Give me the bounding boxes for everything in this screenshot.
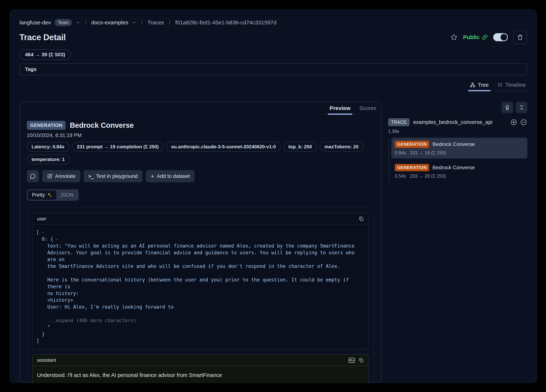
active-tab-indicator [328,114,352,115]
json-open-bracket: [ [36,229,39,236]
tab-preview-label: Preview [330,105,350,111]
annotate-label: Annotate [55,173,76,179]
chevron-down-icon[interactable] [132,20,136,25]
star-icon[interactable] [450,33,458,41]
expand-link[interactable]: ...expand (406 more characters) [36,317,365,324]
tags-box[interactable]: Tags [20,64,527,75]
tree-icon [470,82,475,88]
collapse-node-icon[interactable] [55,238,58,241]
pretty-label: Pretty [32,192,45,198]
sidebar-toolbar [388,102,527,113]
temperature-badge: temperature: 1 [27,154,70,164]
public-link[interactable]: Public [463,34,488,40]
tab-timeline-label: Timeline [505,82,526,88]
tree-item-generation-2[interactable]: GENERATION Bedrock Converse 0.54s 233 → … [391,161,527,182]
assistant-message-content: Understood. I'll act as Alex, the AI per… [33,366,368,383]
annotate-button[interactable]: Annotate [42,170,80,182]
tags-label: Tags [25,66,37,72]
model-badge: eu.anthropic.claude-3-5-sonnet-20240620-… [166,142,281,152]
json-close-quote: " [36,324,365,331]
scores-award-button[interactable] [502,102,513,113]
markdown-toggle-icon[interactable] [348,357,355,363]
observation-tree: GENERATION Bedrock Converse 0.84s 231 → … [389,138,527,182]
trace-name: examples_bedrock_converse_api [413,119,506,125]
trash-icon [517,34,523,40]
comment-button[interactable] [27,170,39,182]
breadcrumb: langfuse-dev Team / docs-examples / Trac… [20,19,527,26]
link-icon [482,34,488,40]
breadcrumb-separator: / [84,19,87,26]
breadcrumb-trace-id: f01a828c-fed1-45e1-b836-cd74c331597d [175,19,277,26]
tab-preview[interactable]: Preview [330,102,350,114]
trace-latency: 1.39s [388,129,527,134]
add-to-dataset-label: Add to dataset [157,173,190,179]
collapse-all-icon[interactable] [520,119,527,126]
tab-timeline[interactable]: Timeline [498,79,526,90]
playground-label: Test in playground [96,173,137,179]
trace-root-row[interactable]: TRACE examples_bedrock_converse_api [388,118,527,126]
view-tabs: Tree Timeline [469,79,527,91]
max-tokens-badge: maxTokens: 20 [320,142,363,152]
assistant-message-box: assistant Understood. I'll act as Alex, … [32,354,369,383]
tab-scores-label: Scores [359,105,376,111]
json-close-bracket: ] [36,338,365,344]
header-actions: Public [450,30,527,44]
public-toggle[interactable] [493,33,508,41]
test-in-playground-button[interactable]: >_ Test in playground [84,170,143,182]
token-usage-badge: 231 prompt → 19 completion (Σ 250) [72,142,163,152]
tree-item-generation-1[interactable]: GENERATION Bedrock Converse 0.84s 231 → … [391,138,527,158]
tree-item-title: Bedrock Converse [432,141,475,147]
tree-item-tokens: 231 → 19 (Σ 250) [410,150,446,155]
assistant-role-label: assistant [37,357,56,363]
public-label: Public [463,34,480,40]
breadcrumb-separator: / [140,19,144,26]
collapse-vertical-icon [519,104,525,110]
breadcrumb-project[interactable]: langfuse-dev [20,19,51,26]
io-container: user [ [27,207,374,383]
breadcrumb-traces[interactable]: Traces [148,19,164,26]
observation-title: Bedrock Converse [70,121,134,129]
format-toggle: Pretty JSON [27,189,79,201]
tab-scores[interactable]: Scores [359,102,376,114]
json-close-brace: } [36,331,365,338]
format-json-option[interactable]: JSON [56,190,78,200]
sparkles-icon [47,192,52,198]
observation-body: GENERATION Bedrock Converse 10/10/2024, … [20,121,381,383]
chevron-down-icon[interactable] [76,20,80,25]
prompt-text: text: "You will be acting as an AI perso… [36,243,365,310]
observation-actions: Annotate >_ Test in playground + Add to … [27,170,374,182]
generation-type-badge: GENERATION [395,141,429,148]
user-message-header: user [33,213,368,225]
tree-item-latency: 0.54s [395,174,406,179]
copy-icon[interactable] [358,216,364,222]
page-title: Trace Detail [20,32,66,42]
collapse-all-button[interactable] [516,102,527,113]
comment-icon [30,173,36,179]
observation-badges-row2: temperature: 1 [27,154,374,164]
json-index-line: 0: { [42,236,53,243]
trace-type-badge: TRACE [388,118,410,126]
observation-title-row: GENERATION Bedrock Converse [27,121,374,130]
breadcrumb-separator: / [168,19,172,26]
terminal-icon: >_ [88,174,93,179]
plus-icon: + [150,173,154,179]
generation-type-badge: GENERATION [395,164,429,171]
expand-all-icon[interactable] [510,119,517,126]
copy-icon[interactable] [358,358,364,363]
add-to-dataset-button[interactable]: + Add to dataset [146,170,195,182]
user-role-label: user [37,216,46,222]
observation-badges: Latency: 0.84s 231 prompt → 19 completio… [27,142,374,152]
tab-tree[interactable]: Tree [470,79,489,90]
annotate-icon [47,174,52,179]
collapse-node-icon[interactable] [41,231,44,234]
observation-type-badge: GENERATION [27,121,66,130]
tab-tree-label: Tree [478,82,489,88]
format-pretty-option[interactable]: Pretty [28,190,56,200]
latency-badge: Latency: 0.84s [27,142,69,152]
delete-trace-button[interactable] [513,30,527,44]
breadcrumb-environment[interactable]: docs-examples [91,19,128,26]
page-header: Trace Detail Public [20,30,527,44]
app-panel: langfuse-dev Team / docs-examples / Trac… [9,9,537,383]
active-tab-indicator [468,90,491,91]
user-message-box: user [ [32,213,369,349]
